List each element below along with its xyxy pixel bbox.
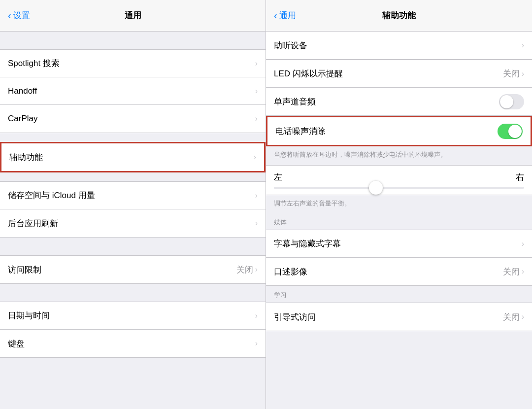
audio-desc-item[interactable]: 口述影像 关闭 › — [266, 258, 532, 285]
noise-description: 当您将听筒放在耳边时，噪声消除将减少电话中的环境噪声。 — [266, 146, 532, 165]
accessibility-item[interactable]: 辅助功能 › — [0, 142, 266, 172]
left-panel: ‹ 设置 通用 Spotlight 搜索 › Handoff › CarPlay… — [0, 0, 266, 409]
spotlight-item[interactable]: Spotlight 搜索 › — [0, 50, 266, 77]
right-back-button[interactable]: ‹ 通用 — [274, 10, 296, 21]
subtitles-item[interactable]: 字幕与隐藏式字幕 › — [266, 230, 532, 258]
left-back-label: 设置 — [13, 10, 30, 21]
right-nav-title: 辅助功能 — [382, 10, 416, 21]
left-section-gap-5 — [0, 284, 266, 302]
carplay-item[interactable]: CarPlay › — [0, 105, 266, 133]
carplay-chevron-icon: › — [255, 114, 258, 123]
right-panel: ‹ 通用 辅助功能 助听设备 › LED 闪烁以示提醒 关闭 › 单声道音频 — [266, 0, 532, 409]
left-back-button[interactable]: ‹ 设置 — [8, 10, 30, 21]
accessibility-list-item[interactable]: 辅助功能 › — [1, 143, 264, 171]
slider-left-label: 左 — [274, 171, 282, 183]
restrictions-right: 关闭 › — [236, 264, 258, 275]
restrictions-label: 访问限制 — [8, 264, 41, 275]
datetime-item[interactable]: 日期与时间 › — [0, 302, 266, 330]
spotlight-right: › — [255, 59, 258, 68]
phone-noise-item[interactable]: 电话噪声消除 — [267, 117, 531, 145]
audio-desc-chevron-icon: › — [522, 267, 524, 276]
left-section-gap-1 — [0, 32, 266, 49]
handoff-chevron-icon: › — [255, 87, 258, 96]
handoff-item[interactable]: Handoff › — [0, 77, 266, 105]
accessibility-label: 辅助功能 — [9, 152, 43, 163]
datetime-label: 日期与时间 — [8, 310, 50, 321]
spotlight-chevron-icon: › — [255, 59, 258, 68]
keyboard-chevron-icon: › — [255, 339, 258, 348]
left-nav-title: 通用 — [125, 10, 141, 21]
accessibility-right: › — [254, 153, 256, 162]
volume-slider-section: 左 右 — [266, 165, 532, 195]
slider-description: 调节左右声道的音量平衡。 — [266, 195, 532, 214]
subtitles-label: 字幕与隐藏式字幕 — [274, 238, 341, 249]
hearing-devices-item[interactable]: 助听设备 › — [266, 32, 532, 59]
accessibility-chevron-icon: › — [254, 153, 256, 162]
left-group1: Spotlight 搜索 › Handoff › CarPlay › — [0, 49, 266, 133]
guided-access-item[interactable]: 引导式访问 关闭 › — [266, 303, 532, 331]
restrictions-value: 关闭 — [236, 264, 253, 275]
slider-fill — [274, 187, 374, 189]
keyboard-item[interactable]: 键盘 › — [0, 330, 266, 357]
restrictions-chevron-icon: › — [255, 265, 258, 274]
led-label: LED 闪烁以示提醒 — [274, 68, 343, 79]
spotlight-label: Spotlight 搜索 — [8, 58, 60, 69]
slider-thumb[interactable] — [369, 181, 383, 195]
carplay-label: CarPlay — [8, 114, 37, 124]
audio-desc-label: 口述影像 — [274, 266, 307, 277]
storage-right: › — [255, 191, 258, 200]
handoff-right: › — [255, 87, 258, 96]
storage-item[interactable]: 储存空间与 iCloud 用量 › — [0, 182, 266, 209]
datetime-chevron-icon: › — [255, 311, 258, 320]
left-section-gap-4 — [0, 238, 266, 255]
led-value: 关闭 — [503, 68, 520, 79]
phone-noise-section: 电话噪声消除 — [266, 116, 532, 146]
mono-audio-toggle[interactable] — [499, 94, 524, 109]
left-nav-bar: ‹ 设置 通用 — [0, 0, 266, 32]
datetime-right: › — [255, 311, 258, 320]
guided-access-value: 关闭 — [503, 311, 520, 323]
guided-access-chevron-icon: › — [522, 312, 524, 321]
phone-noise-label: 电话噪声消除 — [275, 126, 326, 137]
right-back-chevron-icon: ‹ — [274, 10, 277, 21]
right-group1: 助听设备 › — [266, 32, 532, 60]
guided-access-right: 关闭 › — [503, 311, 524, 323]
storage-chevron-icon: › — [255, 191, 258, 200]
audio-desc-right: 关闭 › — [503, 266, 524, 277]
right-group3: 字幕与隐藏式字幕 › 口述影像 关闭 › — [266, 230, 532, 286]
right-group2: LED 闪烁以示提醒 关闭 › 单声道音频 — [266, 60, 532, 116]
slider-right-label: 右 — [516, 171, 524, 183]
hearing-devices-label: 助听设备 — [274, 40, 307, 51]
subtitles-right: › — [522, 239, 524, 248]
bg-refresh-right: › — [255, 219, 258, 228]
left-section-gap-3 — [0, 172, 266, 181]
storage-label: 储存空间与 iCloud 用量 — [8, 190, 95, 201]
phone-noise-toggle-knob — [508, 125, 522, 138]
handoff-label: Handoff — [8, 86, 37, 96]
led-item[interactable]: LED 闪烁以示提醒 关闭 › — [266, 60, 532, 88]
carplay-right: › — [255, 114, 258, 123]
subtitles-chevron-icon: › — [522, 239, 524, 248]
led-right: 关闭 › — [503, 68, 524, 79]
guided-access-label: 引导式访问 — [274, 311, 316, 323]
left-group2: 储存空间与 iCloud 用量 › 后台应用刷新 › — [0, 181, 266, 238]
learning-section-label: 学习 — [266, 287, 532, 303]
media-section-label: 媒体 — [266, 214, 532, 230]
audio-desc-value: 关闭 — [503, 266, 520, 277]
right-back-label: 通用 — [279, 10, 296, 21]
mono-audio-label: 单声道音频 — [274, 96, 316, 107]
bg-refresh-item[interactable]: 后台应用刷新 › — [0, 209, 266, 237]
hearing-devices-chevron-icon: › — [522, 41, 524, 50]
slider-labels: 左 右 — [274, 171, 524, 183]
bg-refresh-label: 后台应用刷新 — [8, 218, 58, 229]
keyboard-label: 键盘 — [8, 338, 25, 349]
slider-track[interactable] — [274, 187, 524, 189]
restrictions-item[interactable]: 访问限制 关闭 › — [0, 256, 266, 283]
hearing-devices-right: › — [522, 41, 524, 50]
mono-audio-item[interactable]: 单声道音频 — [266, 88, 532, 115]
bg-refresh-chevron-icon: › — [255, 219, 258, 228]
left-group3: 访问限制 关闭 › — [0, 255, 266, 284]
led-chevron-icon: › — [522, 69, 524, 78]
phone-noise-toggle[interactable] — [498, 124, 523, 139]
left-back-chevron-icon: ‹ — [8, 10, 11, 21]
